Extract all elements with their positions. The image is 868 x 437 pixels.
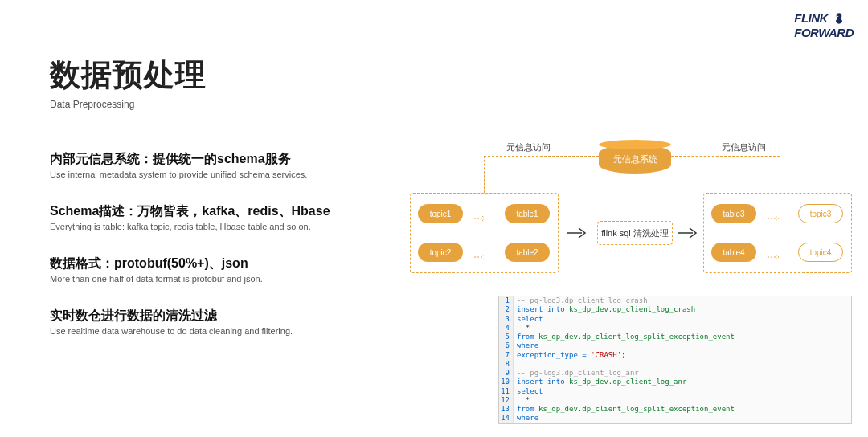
meta-access-label-right: 元信息访问 [722,141,766,153]
connector-line [484,156,599,157]
topic-node: topic1 [418,204,463,223]
code-line: 6where [499,341,851,350]
arrow-icon [474,210,489,217]
code-line: 3select [499,315,851,324]
bullet-heading: Schema描述：万物皆表，kafka、redis、Hbase [50,203,395,220]
topic-node: topic2 [418,243,463,262]
meta-system-cylinder: 元信息系统 [599,145,671,174]
connector-line [484,156,485,193]
flink-process-box: flink sql 清洗处理 [597,221,673,245]
topic-node: topic3 [798,204,843,223]
flow-arrow-icon [678,227,701,239]
meta-system-label: 元信息系统 [613,153,657,165]
code-line: 5from ks_dp_dev.dp_client_log_split_exce… [499,333,851,341]
squirrel-icon [833,12,845,27]
arrow-icon [474,249,489,255]
flow-diagram: 元信息访问 元信息访问 元信息系统 flink sql 清洗处理 topic1 … [410,130,852,291]
code-line: 1-- pg-log3.dp_client_log_crash [499,296,851,305]
code-line: 7exception_type = 'CRASH'; [499,351,851,360]
sql-code-block: 1-- pg-log3.dp_client_log_crash2insert i… [498,296,852,424]
bullet-item: Schema描述：万物皆表，kafka、redis、Hbase Everythi… [50,203,395,231]
bullet-heading: 数据格式：protobuf(50%+)、json [50,255,395,272]
logo-line1: FLINK [794,11,828,25]
table-node: table4 [711,243,756,262]
logo-line2: FORWARD [794,26,854,39]
slide-subtitle: Data Preprocessing [50,99,207,110]
code-line: 13from ks_dp_dev.dp_client_log_split_exc… [499,405,851,414]
bullet-sub: Use internal metadata system to provide … [50,169,395,179]
topic-node: topic4 [798,243,843,262]
flink-process-label: flink sql 清洗处理 [601,227,669,239]
bullet-sub: Use realtime data warehouse to do data c… [50,326,395,336]
table-node: table1 [505,204,550,223]
slide-title: 数据预处理 [50,55,207,96]
bullet-list: 内部元信息系统：提供统一的schema服务 Use internal metad… [50,151,395,360]
code-line: 8 [499,360,851,369]
code-line: 14where [499,414,851,423]
code-line: 9-- pg-log3.dp_client_log_anr [499,369,851,378]
code-line: 2insert into ks_dp_dev.dp_client_log_cra… [499,305,851,314]
code-line: 11select [499,387,851,396]
flow-arrow-icon [567,227,590,239]
arrow-icon [768,210,782,217]
bullet-sub: More than one half of data format is pro… [50,274,395,284]
code-line: 15exception_type = 'ANR'; [499,423,851,425]
code-line: 4 * [499,324,851,333]
code-line: 10insert into ks_dp_dev.dp_client_log_an… [499,378,851,386]
arrow-icon [768,249,782,255]
table-node: table2 [505,243,550,262]
bullet-item: 数据格式：protobuf(50%+)、json More than one h… [50,255,395,284]
bullet-heading: 实时数仓进行数据的清洗过滤 [50,308,395,325]
slide-title-block: 数据预处理 Data Preprocessing [50,55,207,110]
bullet-heading: 内部元信息系统：提供统一的schema服务 [50,151,395,168]
connector-line [671,156,780,157]
table-node: table3 [711,204,756,223]
flink-forward-logo: FLINK FORWARD [794,12,854,39]
code-line: 12 * [499,396,851,405]
meta-access-label-left: 元信息访问 [506,141,551,153]
connector-line [780,156,780,193]
bullet-item: 实时数仓进行数据的清洗过滤 Use realtime data warehous… [50,308,395,336]
bullet-item: 内部元信息系统：提供统一的schema服务 Use internal metad… [50,151,395,179]
bullet-sub: Everything is table: kafka topic, redis … [50,222,395,231]
